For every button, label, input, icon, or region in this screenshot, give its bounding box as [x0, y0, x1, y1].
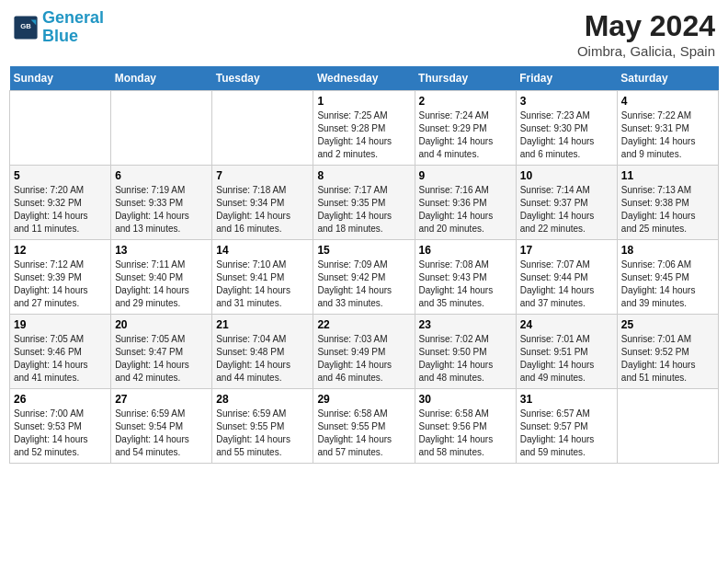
day-number: 7 — [216, 169, 309, 182]
calendar-cell: 18Sunrise: 7:06 AM Sunset: 9:45 PM Dayli… — [617, 240, 718, 315]
calendar-cell — [617, 389, 718, 464]
day-info: Sunrise: 7:16 AM Sunset: 9:36 PM Dayligh… — [419, 184, 512, 236]
calendar-cell: 13Sunrise: 7:11 AM Sunset: 9:40 PM Dayli… — [111, 240, 212, 315]
calendar-cell: 14Sunrise: 7:10 AM Sunset: 9:41 PM Dayli… — [212, 240, 313, 315]
calendar-cell: 8Sunrise: 7:17 AM Sunset: 9:35 PM Daylig… — [313, 166, 415, 240]
day-info: Sunrise: 7:14 AM Sunset: 9:37 PM Dayligh… — [520, 184, 613, 236]
day-info: Sunrise: 6:59 AM Sunset: 9:54 PM Dayligh… — [115, 408, 208, 459]
day-info: Sunrise: 7:19 AM Sunset: 9:33 PM Dayligh… — [115, 184, 208, 236]
week-row-3: 12Sunrise: 7:12 AM Sunset: 9:39 PM Dayli… — [10, 240, 719, 315]
day-info: Sunrise: 7:22 AM Sunset: 9:31 PM Dayligh… — [621, 109, 714, 161]
day-info: Sunrise: 7:05 AM Sunset: 9:46 PM Dayligh… — [14, 333, 107, 385]
day-number: 4 — [621, 95, 714, 108]
calendar-cell: 28Sunrise: 6:59 AM Sunset: 9:55 PM Dayli… — [212, 389, 313, 464]
calendar-cell: 19Sunrise: 7:05 AM Sunset: 9:46 PM Dayli… — [10, 315, 111, 389]
day-info: Sunrise: 7:05 AM Sunset: 9:47 PM Dayligh… — [115, 333, 208, 385]
day-info: Sunrise: 7:11 AM Sunset: 9:40 PM Dayligh… — [115, 259, 208, 310]
calendar-cell: 4Sunrise: 7:22 AM Sunset: 9:31 PM Daylig… — [617, 91, 718, 166]
day-number: 8 — [317, 169, 410, 182]
day-number: 12 — [14, 244, 107, 257]
calendar-cell: 20Sunrise: 7:05 AM Sunset: 9:47 PM Dayli… — [111, 315, 212, 389]
calendar-cell: 2Sunrise: 7:24 AM Sunset: 9:29 PM Daylig… — [415, 91, 516, 166]
day-info: Sunrise: 7:00 AM Sunset: 9:53 PM Dayligh… — [14, 408, 107, 459]
calendar-cell: 27Sunrise: 6:59 AM Sunset: 9:54 PM Dayli… — [111, 389, 212, 464]
day-info: Sunrise: 7:07 AM Sunset: 9:44 PM Dayligh… — [520, 259, 613, 310]
calendar-cell: 22Sunrise: 7:03 AM Sunset: 9:49 PM Dayli… — [313, 315, 415, 389]
day-number: 21 — [216, 318, 309, 331]
calendar-cell: 15Sunrise: 7:09 AM Sunset: 9:42 PM Dayli… — [313, 240, 415, 315]
col-header-thursday: Thursday — [415, 66, 516, 91]
day-number: 13 — [115, 244, 208, 257]
calendar-cell — [212, 91, 313, 166]
col-header-sunday: Sunday — [10, 66, 111, 91]
calendar-cell: 5Sunrise: 7:20 AM Sunset: 9:32 PM Daylig… — [10, 166, 111, 240]
day-number: 28 — [216, 393, 309, 406]
calendar-cell: 9Sunrise: 7:16 AM Sunset: 9:36 PM Daylig… — [415, 166, 516, 240]
calendar-header-row: SundayMondayTuesdayWednesdayThursdayFrid… — [10, 66, 719, 91]
week-row-4: 19Sunrise: 7:05 AM Sunset: 9:46 PM Dayli… — [10, 315, 719, 389]
day-number: 9 — [419, 169, 512, 182]
day-info: Sunrise: 7:20 AM Sunset: 9:32 PM Dayligh… — [14, 184, 107, 236]
calendar-cell: 21Sunrise: 7:04 AM Sunset: 9:48 PM Dayli… — [212, 315, 313, 389]
day-info: Sunrise: 6:58 AM Sunset: 9:56 PM Dayligh… — [419, 408, 512, 459]
day-info: Sunrise: 7:10 AM Sunset: 9:41 PM Dayligh… — [216, 259, 309, 310]
calendar-cell — [111, 91, 212, 166]
day-info: Sunrise: 7:08 AM Sunset: 9:43 PM Dayligh… — [419, 259, 512, 310]
logo: GB GeneralBlue — [13, 9, 104, 46]
calendar-cell: 25Sunrise: 7:01 AM Sunset: 9:52 PM Dayli… — [617, 315, 718, 389]
calendar-cell: 6Sunrise: 7:19 AM Sunset: 9:33 PM Daylig… — [111, 166, 212, 240]
day-number: 14 — [216, 244, 309, 257]
day-info: Sunrise: 6:59 AM Sunset: 9:55 PM Dayligh… — [216, 408, 309, 459]
page-title: May 2024 — [577, 9, 715, 43]
calendar-cell: 30Sunrise: 6:58 AM Sunset: 9:56 PM Dayli… — [415, 389, 516, 464]
day-number: 18 — [621, 244, 714, 257]
week-row-5: 26Sunrise: 7:00 AM Sunset: 9:53 PM Dayli… — [10, 389, 719, 464]
day-number: 3 — [520, 95, 613, 108]
day-number: 2 — [419, 95, 512, 108]
calendar-cell: 23Sunrise: 7:02 AM Sunset: 9:50 PM Dayli… — [415, 315, 516, 389]
day-number: 16 — [419, 244, 512, 257]
day-number: 6 — [115, 169, 208, 182]
col-header-monday: Monday — [111, 66, 212, 91]
calendar-cell: 31Sunrise: 6:57 AM Sunset: 9:57 PM Dayli… — [516, 389, 617, 464]
day-info: Sunrise: 7:23 AM Sunset: 9:30 PM Dayligh… — [520, 109, 613, 161]
svg-text:GB: GB — [20, 22, 31, 30]
calendar-cell: 7Sunrise: 7:18 AM Sunset: 9:34 PM Daylig… — [212, 166, 313, 240]
week-row-1: 1Sunrise: 7:25 AM Sunset: 9:28 PM Daylig… — [10, 91, 719, 166]
col-header-tuesday: Tuesday — [212, 66, 313, 91]
calendar-cell: 26Sunrise: 7:00 AM Sunset: 9:53 PM Dayli… — [10, 389, 111, 464]
title-block: May 2024 Oimbra, Galicia, Spain — [577, 9, 715, 59]
calendar-cell: 10Sunrise: 7:14 AM Sunset: 9:37 PM Dayli… — [516, 166, 617, 240]
calendar-cell: 12Sunrise: 7:12 AM Sunset: 9:39 PM Dayli… — [10, 240, 111, 315]
day-number: 11 — [621, 169, 714, 182]
day-number: 23 — [419, 318, 512, 331]
calendar-cell: 1Sunrise: 7:25 AM Sunset: 9:28 PM Daylig… — [313, 91, 415, 166]
page-header: GB GeneralBlue May 2024 Oimbra, Galicia,… — [9, 9, 719, 59]
day-number: 20 — [115, 318, 208, 331]
day-number: 30 — [419, 393, 512, 406]
day-info: Sunrise: 7:02 AM Sunset: 9:50 PM Dayligh… — [419, 333, 512, 385]
day-info: Sunrise: 7:01 AM Sunset: 9:51 PM Dayligh… — [520, 333, 613, 385]
day-number: 5 — [14, 169, 107, 182]
calendar-cell: 29Sunrise: 6:58 AM Sunset: 9:55 PM Dayli… — [313, 389, 415, 464]
day-number: 22 — [317, 318, 410, 331]
day-number: 17 — [520, 244, 613, 257]
logo-text: GeneralBlue — [42, 9, 104, 46]
day-number: 29 — [317, 393, 410, 406]
calendar-cell: 17Sunrise: 7:07 AM Sunset: 9:44 PM Dayli… — [516, 240, 617, 315]
day-number: 27 — [115, 393, 208, 406]
calendar-cell — [10, 91, 111, 166]
calendar-table: SundayMondayTuesdayWednesdayThursdayFrid… — [9, 66, 719, 464]
day-info: Sunrise: 7:18 AM Sunset: 9:34 PM Dayligh… — [216, 184, 309, 236]
calendar-cell: 24Sunrise: 7:01 AM Sunset: 9:51 PM Dayli… — [516, 315, 617, 389]
day-info: Sunrise: 7:03 AM Sunset: 9:49 PM Dayligh… — [317, 333, 410, 385]
calendar-cell: 3Sunrise: 7:23 AM Sunset: 9:30 PM Daylig… — [516, 91, 617, 166]
day-number: 15 — [317, 244, 410, 257]
day-info: Sunrise: 7:04 AM Sunset: 9:48 PM Dayligh… — [216, 333, 309, 385]
calendar-cell: 11Sunrise: 7:13 AM Sunset: 9:38 PM Dayli… — [617, 166, 718, 240]
day-info: Sunrise: 7:09 AM Sunset: 9:42 PM Dayligh… — [317, 259, 410, 310]
week-row-2: 5Sunrise: 7:20 AM Sunset: 9:32 PM Daylig… — [10, 166, 719, 240]
day-info: Sunrise: 6:57 AM Sunset: 9:57 PM Dayligh… — [520, 408, 613, 459]
day-info: Sunrise: 6:58 AM Sunset: 9:55 PM Dayligh… — [317, 408, 410, 459]
day-number: 24 — [520, 318, 613, 331]
